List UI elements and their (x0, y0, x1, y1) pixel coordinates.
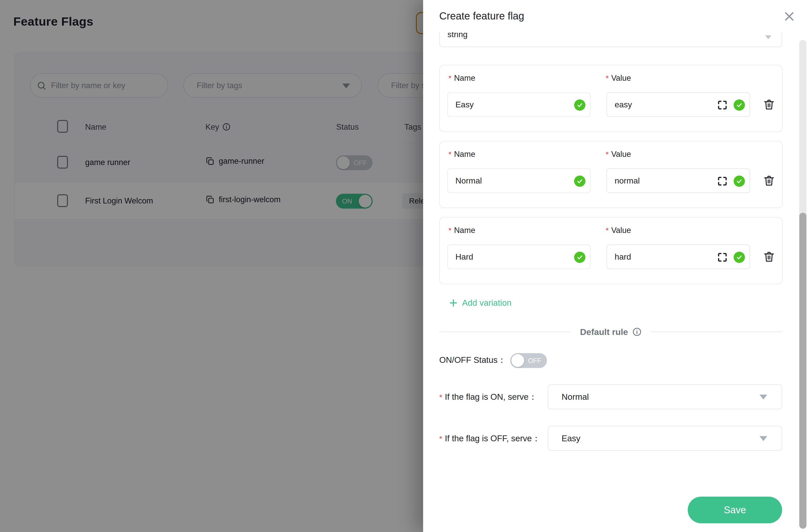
variation-value-input[interactable] (606, 92, 750, 117)
on-serve-value: Normal (562, 385, 589, 409)
chevron-down-icon (765, 35, 771, 39)
delete-variation-icon[interactable] (763, 174, 775, 187)
variation-value-field[interactable] (607, 169, 750, 192)
value-label: Value (611, 150, 631, 159)
add-variation-button[interactable]: Add variation (449, 297, 512, 309)
variation-card: *Name *Value (439, 141, 783, 208)
variation-name-input[interactable] (447, 245, 590, 269)
default-rule-label: Default rule (580, 327, 628, 337)
variation-name-field[interactable] (448, 169, 590, 192)
valid-check-icon (574, 99, 585, 111)
scrollbar-thumb[interactable] (799, 213, 806, 529)
required-marker: * (448, 74, 452, 82)
flag-type-select-clipped[interactable]: string (439, 32, 782, 48)
expand-icon[interactable] (717, 252, 728, 263)
value-label: Value (611, 226, 631, 235)
flag-type-value: string (447, 32, 467, 47)
required-marker: * (448, 150, 452, 158)
valid-check-icon (574, 175, 585, 187)
delete-variation-icon[interactable] (763, 251, 775, 263)
screen: Feature Flags Name Key Status T (0, 0, 808, 532)
divider (439, 331, 571, 332)
divider (651, 331, 783, 332)
required-marker: * (439, 393, 442, 401)
name-label: Name (454, 150, 475, 159)
valid-check-icon (734, 175, 745, 187)
valid-check-icon (734, 99, 745, 111)
required-marker: * (448, 226, 452, 234)
add-variation-label: Add variation (462, 298, 512, 308)
default-rule-divider: Default rule (439, 325, 783, 339)
variation-value-input[interactable] (606, 168, 750, 193)
expand-icon[interactable] (717, 99, 728, 111)
name-label: Name (454, 74, 475, 82)
variation-name-field[interactable] (448, 245, 590, 269)
value-label: Value (611, 74, 631, 82)
variation-name-input[interactable] (447, 168, 590, 193)
toggle-knob (511, 354, 524, 367)
variation-name-input[interactable] (447, 92, 590, 117)
required-marker: * (606, 226, 609, 234)
plus-icon (449, 298, 458, 307)
on-serve-select[interactable]: Normal (548, 384, 782, 409)
name-label: Name (454, 226, 475, 235)
variation-value-field[interactable] (607, 245, 750, 269)
off-serve-value: Easy (562, 426, 580, 450)
flag-type-select[interactable]: string (439, 32, 782, 47)
delete-variation-icon[interactable] (763, 98, 775, 111)
variation-card: *Name *Value (439, 65, 783, 132)
variation-value-field[interactable] (607, 93, 750, 116)
chevron-down-icon (759, 395, 767, 400)
required-marker: * (439, 434, 442, 443)
off-serve-select[interactable]: Easy (548, 426, 782, 451)
expand-icon[interactable] (717, 175, 728, 187)
onoff-status-toggle[interactable]: OFF (510, 353, 547, 368)
variation-name-field[interactable] (448, 93, 590, 116)
on-serve-label: If the flag is ON, serve： (445, 392, 537, 402)
variation-value-input[interactable] (606, 245, 750, 269)
variation-card: *Name *Value (439, 217, 783, 284)
save-button[interactable]: Save (688, 497, 782, 523)
onoff-status-label: ON/OFF Status： (439, 355, 506, 366)
valid-check-icon (734, 252, 745, 263)
off-serve-label: If the flag is OFF, serve： (445, 434, 540, 443)
required-marker: * (606, 74, 609, 82)
create-flag-panel: Create feature flag string *Name *Value (423, 0, 808, 532)
info-icon[interactable] (632, 327, 642, 337)
close-icon[interactable] (783, 10, 795, 22)
panel-title: Create feature flag (439, 10, 524, 22)
chevron-down-icon (759, 436, 767, 441)
valid-check-icon (574, 252, 585, 263)
required-marker: * (606, 150, 609, 158)
toggle-label: OFF (528, 353, 541, 368)
